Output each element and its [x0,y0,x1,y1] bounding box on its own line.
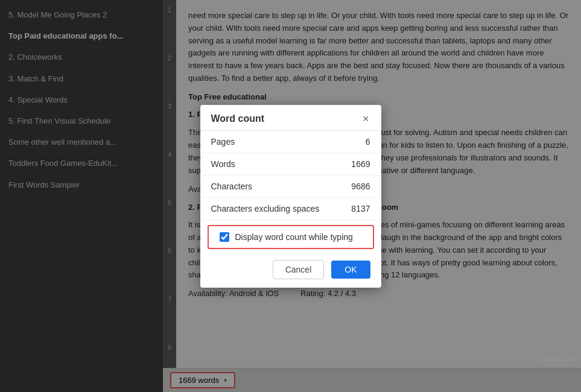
checkbox-label: Display word count while typing [235,232,353,242]
stat-label-characters-no-spaces: Characters excluding spaces [211,204,320,213]
stat-row-words: Words 1669 [200,153,381,175]
stat-value-words: 1669 [351,159,370,169]
ok-button[interactable]: OK [331,261,370,279]
stat-label-pages: Pages [211,137,235,147]
checkbox-row[interactable]: Display word count while typing [208,225,374,249]
dialog-close-button[interactable]: × [361,113,370,124]
stat-row-characters-no-spaces: Characters excluding spaces 8137 [200,198,381,220]
stat-value-characters-no-spaces: 8137 [351,204,370,213]
stat-label-words: Words [211,159,235,169]
dialog-overlay[interactable]: Word count × Pages 6 Words 1669 Characte… [0,0,581,392]
stat-value-pages: 6 [366,137,370,147]
cancel-button[interactable]: Cancel [273,260,325,279]
word-count-dialog: Word count × Pages 6 Words 1669 Characte… [200,105,381,288]
dialog-title: Word count [211,113,265,124]
dialog-header: Word count × [200,105,381,131]
dialog-body: Pages 6 Words 1669 Characters 9686 Chara… [200,131,381,249]
dialog-footer: Cancel OK [200,254,381,288]
stat-value-characters: 9686 [351,182,370,191]
stat-label-characters: Characters [211,182,252,191]
display-word-count-checkbox[interactable] [220,232,229,242]
stat-row-characters: Characters 9686 [200,175,381,198]
stat-row-pages: Pages 6 [200,131,381,153]
app-container: 5. Model Me Going Places 2 Top Paid educ… [0,0,581,392]
